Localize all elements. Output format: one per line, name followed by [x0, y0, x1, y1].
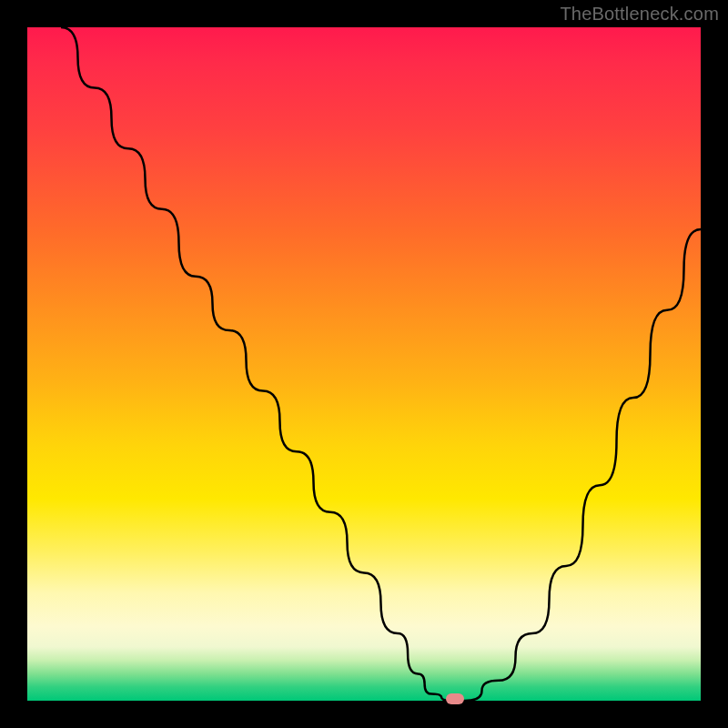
- watermark-label: TheBottleneck.com: [560, 4, 719, 25]
- optimal-point-marker: [446, 693, 464, 704]
- bottleneck-curve: [27, 27, 701, 701]
- plot-area: [27, 27, 701, 701]
- chart-frame: TheBottleneck.com: [0, 0, 728, 728]
